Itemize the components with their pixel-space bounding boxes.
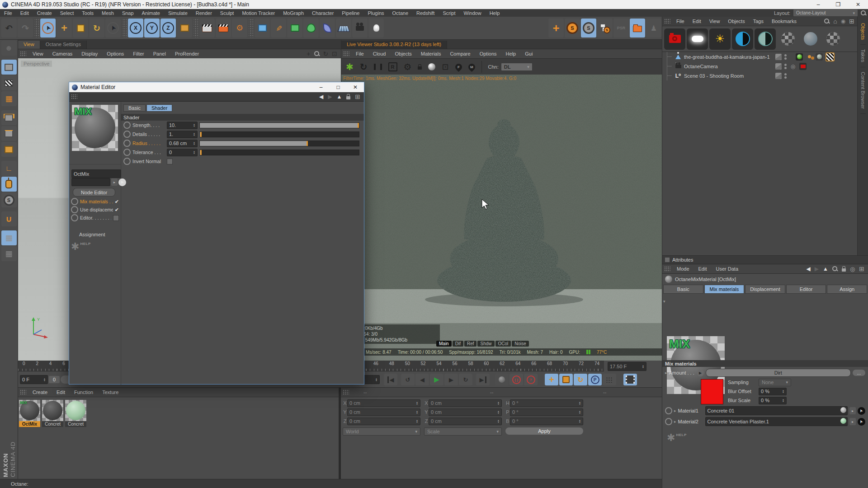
side-tab[interactable]: Takes	[860, 45, 866, 67]
close-button[interactable]: ✕	[347, 82, 364, 92]
search-icon[interactable]	[861, 10, 866, 16]
param-radio[interactable]	[123, 122, 131, 129]
octane-node-materials-button[interactable]	[597, 19, 613, 38]
uvw-tag-icon[interactable]	[826, 52, 835, 61]
expand-arrow-icon[interactable]: ▸	[674, 408, 676, 413]
octane-daylight-button[interactable]	[709, 28, 731, 50]
search-icon[interactable]	[824, 19, 830, 24]
render-channel-button[interactable]: Noise	[512, 341, 529, 347]
planar-workplane-button[interactable]	[1, 246, 17, 261]
apply-button[interactable]: Apply	[505, 427, 583, 435]
render-channel-button[interactable]: Shdw	[477, 341, 494, 347]
minimize-button[interactable]	[788, 0, 808, 9]
collapse-arrow-icon[interactable]: ▾	[663, 299, 665, 304]
material-picker-icon[interactable]: M	[467, 62, 476, 71]
coordinate-system-button[interactable]	[177, 19, 192, 38]
settings-gear-icon[interactable]	[404, 61, 412, 72]
rotation-p-field[interactable]: 0 °	[510, 408, 583, 416]
panel-grip[interactable]	[20, 389, 26, 395]
z-axis-lock-button[interactable]: Z	[160, 19, 176, 38]
eye-icon[interactable]	[841, 18, 845, 24]
material2-radio[interactable]	[665, 418, 672, 425]
key-scale-button[interactable]	[559, 374, 573, 385]
material-ball-icon[interactable]	[428, 63, 435, 70]
tolerance-slider[interactable]	[199, 150, 359, 155]
octane-add-button[interactable]	[548, 19, 564, 38]
render-channel-button[interactable]: OCol	[495, 341, 511, 347]
material-name[interactable]: Concret	[42, 421, 63, 427]
range-start-chip[interactable]: 0	[49, 376, 60, 383]
tolerance-field[interactable]: 0	[167, 149, 198, 156]
octane-help[interactable]: HELP	[71, 241, 91, 253]
octane-glossy-material-button[interactable]	[800, 28, 821, 50]
option-radio[interactable]	[71, 198, 78, 205]
param-radio[interactable]	[123, 158, 131, 165]
object-manager-menu-item[interactable]: Objects	[724, 19, 749, 24]
layout-dropdown[interactable]: Octane-Layout	[793, 9, 858, 17]
object-manager-menu-item[interactable]: Tags	[749, 19, 768, 24]
radius-slider[interactable]	[199, 141, 359, 146]
scale-y-field[interactable]: 0 cm	[429, 408, 502, 416]
render-region-button[interactable]	[216, 19, 231, 38]
attribute-tab[interactable]: Assign	[827, 285, 867, 294]
material1-browse-button[interactable]: ▸	[849, 407, 856, 414]
material-editor-window[interactable]: Material Editor – □ ✕ MIX OctMix ▸	[69, 82, 364, 385]
octane-cameratag-icon[interactable]	[799, 63, 807, 70]
add-panel-icon[interactable]	[849, 18, 854, 25]
live-viewer-menu-item[interactable]: Options	[475, 51, 501, 56]
octane-arealight-button[interactable]	[687, 28, 708, 50]
live-viewer-menu-item[interactable]: File	[351, 51, 368, 56]
y-axis-lock-button[interactable]: Y	[144, 19, 160, 38]
object-name[interactable]: OctaneCamera	[684, 64, 718, 69]
render-view[interactable]: FilterTime: 1ms. MeshGen: 32ms. UpdateIM…	[341, 75, 662, 361]
attributes-menu-item[interactable]: Mode	[672, 266, 694, 272]
scale-tool-button[interactable]	[73, 19, 88, 38]
live-viewer-menu-item[interactable]: Cloud	[368, 51, 391, 56]
viewport-tab[interactable]: View	[18, 41, 40, 49]
octane-logo-icon[interactable]	[346, 61, 354, 72]
menu-item[interactable]: Motion Tracker	[238, 10, 279, 16]
menu-item[interactable]: Script	[439, 10, 459, 16]
octane-camera-button[interactable]	[664, 28, 685, 50]
live-viewer-menu-item[interactable]: Compare	[445, 51, 475, 56]
render-channel-button[interactable]: Dif	[453, 341, 463, 347]
maximize-button[interactable]: ❐	[828, 0, 848, 9]
keyframe-selection-button[interactable]: ?	[524, 374, 538, 385]
history-forward-icon[interactable]	[328, 94, 332, 100]
add-generator-button[interactable]	[287, 19, 302, 38]
simulation-button[interactable]: S	[1, 192, 17, 207]
timeline-window-button[interactable]	[623, 374, 637, 385]
strength-field[interactable]: 10.	[167, 122, 198, 129]
invert-normal-checkbox[interactable]	[167, 159, 173, 164]
live-viewer-menu-item[interactable]: Help	[501, 51, 521, 56]
use-displacement-option[interactable]: Use displacement	[80, 207, 113, 212]
lock-icon[interactable]	[842, 268, 846, 272]
details-field[interactable]: 1.	[167, 131, 198, 138]
object-name[interactable]: the-great-buddha-at-kamakura-japan-1	[684, 54, 770, 60]
panel-grip[interactable]	[664, 266, 670, 272]
keyframe-presets-button[interactable]	[603, 374, 616, 385]
sampling-dropdown[interactable]: None	[759, 379, 791, 386]
material-item[interactable]: Concret	[65, 400, 86, 427]
menu-item[interactable]: Animate	[138, 10, 164, 16]
material-editor-tab[interactable]: Basic	[123, 104, 146, 112]
side-tab[interactable]: Objects	[860, 19, 866, 45]
next-key-button[interactable]: ↻	[459, 374, 472, 385]
attribute-tab[interactable]: Basic	[663, 285, 703, 294]
snap-button[interactable]	[1, 211, 17, 226]
details-slider[interactable]	[199, 131, 359, 137]
attributes-menu-item[interactable]: User Data	[712, 266, 743, 272]
render-settings-button[interactable]	[232, 19, 247, 38]
octane-help[interactable]: HELP	[667, 432, 868, 444]
radius-field[interactable]: 0.68 cm	[167, 140, 198, 147]
goto-end-button[interactable]: ▶	[476, 374, 490, 385]
home-icon[interactable]	[833, 18, 837, 25]
render-channel-button[interactable]: Main	[436, 341, 452, 347]
menu-item[interactable]: Tools	[78, 10, 98, 16]
menu-item[interactable]: Window	[460, 10, 486, 16]
attribute-tab[interactable]: Mix materials	[704, 285, 745, 294]
camera-focus-icon[interactable]	[789, 63, 797, 70]
psr-transfer-button[interactable]	[613, 19, 629, 38]
position-x-field[interactable]: 0 cm	[347, 399, 420, 407]
history-forward-icon[interactable]	[815, 266, 819, 272]
